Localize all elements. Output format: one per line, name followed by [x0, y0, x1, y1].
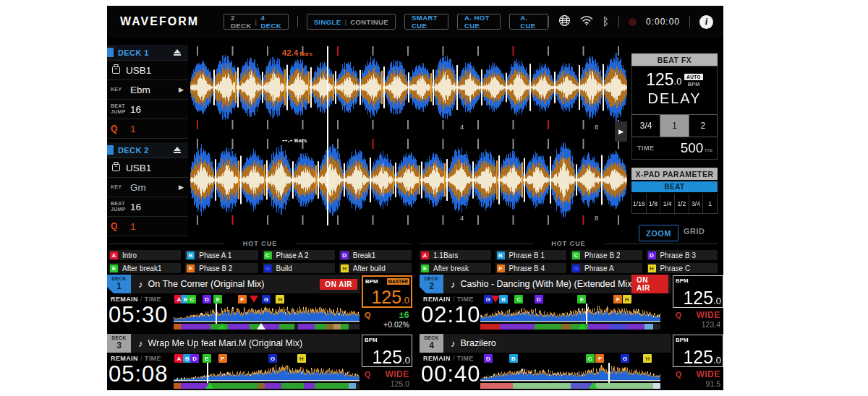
hot-cue-button-f[interactable]: FPhase B 2	[185, 263, 258, 273]
cue-marker-f[interactable]: F	[613, 295, 622, 304]
xpad-fraction[interactable]: 1/16	[632, 194, 647, 213]
cue-marker-f[interactable]: F	[238, 295, 247, 304]
fx-beat-option[interactable]: 3/4	[632, 115, 660, 137]
auto-bpm-badge: AUTO	[684, 74, 703, 80]
key-row: KEY Gm ▶	[107, 178, 188, 197]
xpad-fraction[interactable]: 1	[703, 194, 717, 213]
cue-marker-c[interactable]: C	[514, 295, 523, 304]
hot-cue-button-c[interactable]: CPhase A 2	[263, 250, 335, 260]
overview-waveform[interactable]	[480, 364, 660, 382]
xpad-fraction[interactable]: 1/8	[647, 194, 661, 213]
fx-beat-option-selected[interactable]: 1	[660, 115, 689, 137]
deck2-bpm-block: BPM 125.0 QWIDE 123.4	[673, 275, 723, 330]
xpad-mode-beat[interactable]: BEAT	[631, 181, 718, 192]
track-overview[interactable]: DBCFGH	[480, 354, 660, 389]
eject-button[interactable]	[169, 47, 185, 58]
hot-cue-button-e[interactable]: EAfter break1	[109, 263, 181, 273]
deck-mode-toggle[interactable]: 2 DECK | 4 DECK	[224, 14, 289, 30]
hot-cue-button-g[interactable]: GPhrase A	[571, 263, 642, 273]
deck-status-1[interactable]: DECK1 ♪ On The Corner (Original Mix) ON …	[107, 275, 412, 330]
quantize-label: Q	[676, 311, 682, 319]
eject-button[interactable]	[169, 145, 185, 155]
hot-cue-button-a[interactable]: AIntro	[109, 250, 181, 260]
deck-mode-2deck[interactable]: 2 DECK	[231, 14, 252, 30]
overview-waveform[interactable]	[480, 305, 660, 322]
waveform-display[interactable]: 42.4Bars --.-Bars 4 8 4 8 ▶	[190, 45, 628, 238]
cue-marker-g[interactable]: G	[268, 354, 277, 363]
cue-marker-c[interactable]: C	[187, 295, 196, 304]
xpad-fraction[interactable]: 1/2	[675, 194, 689, 213]
cue-marker-b[interactable]: B	[499, 295, 508, 304]
cue-marker-c[interactable]: C	[586, 354, 595, 363]
play-mode-toggle[interactable]: SINGLE | CONTINUE	[307, 14, 396, 30]
hot-cue-button-c[interactable]: CPhrase B 2	[571, 250, 642, 260]
overview-waveform[interactable]	[174, 364, 359, 382]
phrase-position-marker	[589, 382, 597, 389]
fx-beat-option[interactable]: 2	[689, 115, 717, 137]
xpad-fraction[interactable]: 1/4	[660, 194, 675, 213]
scroll-right-button[interactable]: ▶	[615, 121, 627, 142]
overview-waveform[interactable]	[174, 305, 359, 322]
original-bpm: 125.0	[391, 379, 409, 388]
beat-count-label: 8	[595, 123, 598, 131]
hot-cue-button-h[interactable]: HPhrase C	[647, 263, 718, 273]
current-cue-marker[interactable]	[250, 296, 258, 303]
key-expand-button[interactable]: ▶	[179, 86, 184, 93]
phrase-segment	[333, 324, 341, 330]
deck-mode-4deck[interactable]: 4 DECK	[260, 14, 281, 30]
auto-cue-button[interactable]: A. CUE	[509, 14, 548, 30]
phrase-segment	[626, 324, 644, 330]
key-value: Gm	[130, 182, 146, 193]
cue-marker-h[interactable]: H	[297, 354, 306, 363]
phrase-segment	[653, 383, 660, 389]
track-overview[interactable]: ABCDEFGH	[174, 295, 359, 330]
deck-status-2[interactable]: DECK2 ♪ Cashio - Dancing (With Me) (Exte…	[420, 275, 723, 330]
hot-cue-button-g[interactable]: GBuild	[263, 263, 335, 273]
cue-marker-h[interactable]: H	[276, 295, 284, 304]
auto-hot-cue-button[interactable]: A. HOT CUE	[457, 14, 501, 30]
cue-marker-g[interactable]: G	[262, 295, 271, 304]
cue-marker-e[interactable]: E	[203, 354, 211, 363]
cue-marker-d[interactable]: D	[535, 295, 543, 304]
cue-marker-a[interactable]: A	[174, 354, 183, 363]
hot-cue-button-d[interactable]: DPhrase B 3	[647, 250, 718, 260]
bluetooth-icon[interactable]: ᛒ	[603, 15, 609, 28]
source-name: USB1	[126, 65, 151, 76]
smart-cue-button[interactable]: SMART CUE	[404, 14, 448, 30]
cue-marker-g[interactable]: G	[621, 354, 629, 363]
play-mode-continue[interactable]: CONTINUE	[350, 18, 388, 26]
cue-marker-e[interactable]: E	[577, 295, 586, 304]
play-mode-single[interactable]: SINGLE	[314, 18, 341, 26]
hot-cue-button-e[interactable]: EAfter break	[420, 263, 491, 273]
cue-marker-h[interactable]: H	[643, 354, 652, 363]
track-overview[interactable]: GBCDEFH	[480, 295, 660, 330]
cue-marker-f[interactable]: F	[595, 354, 604, 363]
hot-cue-button-b[interactable]: BPhrase B 1	[495, 250, 567, 260]
zoom-button[interactable]: ZOOM	[639, 225, 678, 241]
hot-cue-button-d[interactable]: DBreak1	[339, 250, 412, 260]
cue-marker-d[interactable]: D	[190, 354, 199, 363]
bpm-display: BPM MASTER 125.0	[362, 275, 412, 308]
hot-cue-button-b[interactable]: BPhase A 1	[185, 250, 258, 260]
globe-icon[interactable]	[558, 14, 571, 30]
hot-cue-button-h[interactable]: HAfter build	[339, 263, 412, 273]
waveform-canvas[interactable]	[190, 45, 628, 238]
info-icon[interactable]: i	[699, 15, 713, 29]
key-expand-button[interactable]: ▶	[179, 184, 184, 191]
wifi-icon[interactable]	[580, 15, 593, 28]
beat-jump-row: BEAT JUMP 16	[107, 197, 188, 217]
cue-marker-e[interactable]: E	[213, 295, 222, 304]
cue-marker-d[interactable]: D	[484, 354, 493, 363]
cue-marker-f[interactable]: F	[218, 354, 227, 363]
hot-cue-button-f[interactable]: FPhrase B 4	[495, 263, 567, 273]
cue-marker-b[interactable]: B	[509, 354, 518, 363]
xpad-fraction[interactable]: 3/4	[689, 194, 704, 213]
quantize-label: Q	[676, 370, 682, 379]
deck-status-4[interactable]: DECK4 ♪ Brazilero REMAIN/TIME 00:40 DBCF…	[420, 334, 723, 389]
track-overview[interactable]: ABDEFGH	[174, 354, 359, 389]
grid-button[interactable]: GRID	[684, 227, 705, 236]
cue-marker-h[interactable]: H	[623, 295, 631, 304]
cue-marker-d[interactable]: D	[203, 295, 211, 304]
hot-cue-button-a[interactable]: A1.1Bars	[420, 250, 491, 260]
deck-status-3[interactable]: DECK3 ♪ Wrap Me Up feat Mari.M (Original…	[107, 334, 412, 389]
